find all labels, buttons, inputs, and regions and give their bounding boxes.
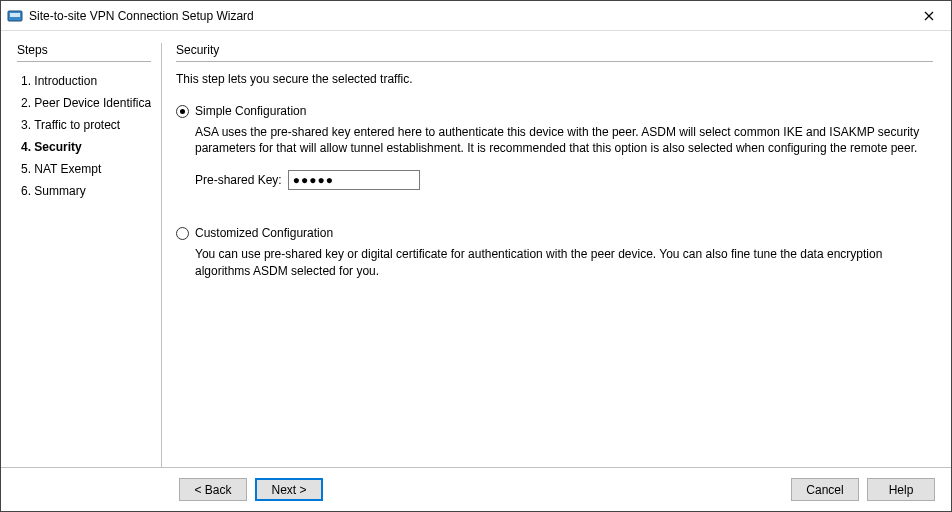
footer: < Back Next > Cancel Help bbox=[1, 467, 951, 511]
step-security[interactable]: 4. Security bbox=[17, 136, 151, 158]
divider bbox=[17, 61, 151, 62]
panel-heading: Security bbox=[176, 43, 933, 57]
simple-config-radio[interactable]: Simple Configuration bbox=[176, 104, 933, 118]
custom-config-radio[interactable]: Customized Configuration bbox=[176, 226, 933, 240]
custom-config-block: Customized Configuration You can use pre… bbox=[176, 226, 933, 278]
steps-heading: Steps bbox=[17, 43, 151, 57]
divider bbox=[176, 61, 933, 62]
preshared-key-row: Pre-shared Key: bbox=[195, 170, 933, 190]
back-button[interactable]: < Back bbox=[179, 478, 247, 501]
radio-icon bbox=[176, 105, 189, 118]
main-panel: Security This step lets you secure the s… bbox=[162, 31, 951, 467]
radio-icon bbox=[176, 227, 189, 240]
panel-intro: This step lets you secure the selected t… bbox=[176, 72, 933, 86]
next-button[interactable]: Next > bbox=[255, 478, 323, 501]
simple-config-desc: ASA uses the pre-shared key entered here… bbox=[195, 124, 933, 156]
wizard-window: Site-to-site VPN Connection Setup Wizard… bbox=[0, 0, 952, 512]
step-peer-device[interactable]: 2. Peer Device Identificatio bbox=[17, 92, 151, 114]
custom-config-desc: You can use pre-shared key or digital ce… bbox=[195, 246, 933, 278]
step-introduction[interactable]: 1. Introduction bbox=[17, 70, 151, 92]
simple-config-label: Simple Configuration bbox=[195, 104, 306, 118]
step-nat-exempt[interactable]: 5. NAT Exempt bbox=[17, 158, 151, 180]
step-summary[interactable]: 6. Summary bbox=[17, 180, 151, 202]
svg-rect-1 bbox=[10, 13, 20, 17]
custom-config-label: Customized Configuration bbox=[195, 226, 333, 240]
help-button[interactable]: Help bbox=[867, 478, 935, 501]
close-button[interactable] bbox=[906, 1, 951, 30]
titlebar: Site-to-site VPN Connection Setup Wizard bbox=[1, 1, 951, 31]
preshared-key-input[interactable] bbox=[288, 170, 420, 190]
preshared-key-label: Pre-shared Key: bbox=[195, 173, 282, 187]
steps-sidebar: Steps 1. Introduction 2. Peer Device Ide… bbox=[1, 31, 161, 467]
step-traffic[interactable]: 3. Traffic to protect bbox=[17, 114, 151, 136]
body: Steps 1. Introduction 2. Peer Device Ide… bbox=[1, 31, 951, 467]
app-icon bbox=[7, 8, 23, 24]
cancel-button[interactable]: Cancel bbox=[791, 478, 859, 501]
window-title: Site-to-site VPN Connection Setup Wizard bbox=[29, 9, 906, 23]
simple-config-block: Simple Configuration ASA uses the pre-sh… bbox=[176, 104, 933, 190]
